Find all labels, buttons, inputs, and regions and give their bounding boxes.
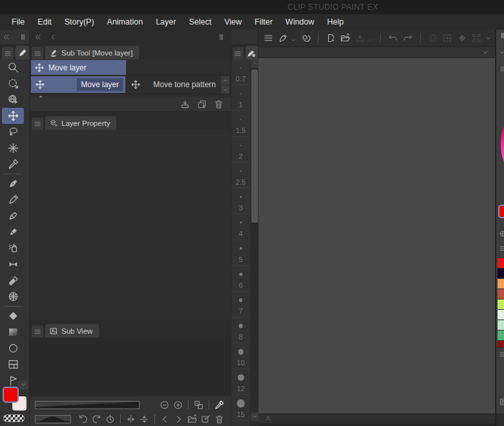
panel-grip-icon[interactable] bbox=[499, 32, 504, 39]
subtool-item-move-tone-pattern[interactable]: Move tone pattern bbox=[127, 76, 218, 93]
canvas-tabs-dropdown-icon[interactable] bbox=[481, 48, 489, 56]
brush-size-7[interactable]: 7 bbox=[231, 292, 250, 318]
brush-size-10[interactable]: 10 bbox=[231, 343, 250, 369]
brush-size-8[interactable]: 8 bbox=[231, 318, 250, 343]
color-wheel-menu-icon[interactable] bbox=[499, 65, 504, 73]
panel-grip-icon[interactable] bbox=[19, 33, 27, 41]
subtool-panel-tab[interactable]: Sub Tool [Move layer] bbox=[45, 46, 139, 59]
brush-size-3[interactable]: 3 bbox=[231, 188, 250, 214]
duplicate-subtool-button[interactable] bbox=[196, 98, 208, 110]
redo-button[interactable] bbox=[401, 31, 415, 45]
tool-auto-select[interactable] bbox=[2, 140, 24, 156]
collapse-panel-icon[interactable] bbox=[2, 33, 10, 41]
toolbar-overflow-button[interactable] bbox=[485, 34, 492, 42]
tool-marker[interactable] bbox=[2, 224, 24, 240]
brush-size-menu-button[interactable] bbox=[233, 47, 244, 59]
main-menu-button[interactable] bbox=[262, 31, 275, 45]
select-again-button[interactable] bbox=[441, 31, 454, 45]
menu-view[interactable]: View bbox=[218, 14, 248, 30]
save-button[interactable] bbox=[353, 31, 367, 45]
brush-size-2[interactable]: 2 bbox=[231, 137, 250, 163]
menu-layer[interactable]: Layer bbox=[149, 14, 182, 30]
color-set-menu-icon[interactable] bbox=[499, 245, 504, 252]
color-swatch-7[interactable] bbox=[498, 330, 504, 341]
subview-tab[interactable]: Sub View bbox=[45, 324, 99, 338]
delete-subtool-button[interactable] bbox=[213, 98, 225, 110]
tool-palette-tab[interactable] bbox=[16, 46, 29, 59]
tool-eyedropper[interactable] bbox=[2, 156, 24, 172]
menu-animation[interactable]: Animation bbox=[101, 14, 150, 30]
fit-to-window-button[interactable] bbox=[193, 399, 205, 411]
deselect-button[interactable] bbox=[426, 31, 440, 45]
clip-studio-logo-button[interactable] bbox=[299, 31, 312, 45]
brush-size-1[interactable]: 1 bbox=[231, 85, 250, 111]
menu-help[interactable]: Help bbox=[320, 14, 350, 30]
tool-pencil[interactable] bbox=[2, 192, 24, 208]
zoom-in-button[interactable] bbox=[172, 399, 184, 411]
color-swatch-4[interactable] bbox=[498, 299, 504, 310]
menu-window[interactable]: Window bbox=[279, 14, 320, 30]
color-swatch-1[interactable] bbox=[498, 269, 504, 279]
crop-button[interactable] bbox=[470, 31, 483, 45]
auto-eyedropper-button[interactable] bbox=[213, 399, 226, 411]
layer-property-tab[interactable]: Layer Property bbox=[45, 116, 116, 130]
flip-vertical-button[interactable] bbox=[138, 413, 151, 425]
brush-size-0.7[interactable]: 0.7 bbox=[231, 59, 250, 85]
color-wheel[interactable] bbox=[501, 90, 504, 198]
scroll-up-button[interactable] bbox=[251, 59, 258, 68]
tool-list-scroll-down[interactable] bbox=[18, 380, 28, 389]
collapse-panel-icon[interactable] bbox=[34, 33, 42, 41]
tool-decoration[interactable] bbox=[2, 256, 24, 272]
subtool-scroll-up[interactable] bbox=[221, 76, 229, 85]
menu-edit[interactable]: Edit bbox=[31, 14, 58, 30]
tool-gradient[interactable] bbox=[2, 324, 24, 340]
color-swatch-5[interactable] bbox=[498, 310, 504, 320]
material-document-icon[interactable] bbox=[499, 398, 504, 406]
tool-palette-menu-button[interactable] bbox=[2, 47, 14, 59]
tool-figure[interactable] bbox=[2, 340, 24, 356]
main-color-chip[interactable] bbox=[3, 387, 19, 403]
brush-size-15[interactable]: 15 bbox=[231, 395, 250, 421]
layer-property-menu-button[interactable] bbox=[32, 117, 43, 130]
tool-airbrush[interactable] bbox=[2, 240, 24, 256]
panel-grip-icon[interactable] bbox=[217, 33, 226, 41]
canvas[interactable] bbox=[258, 58, 495, 413]
subtool-scroll-down[interactable] bbox=[221, 85, 229, 94]
expand-up-icon[interactable] bbox=[264, 414, 272, 422]
menu-select[interactable]: Select bbox=[182, 14, 218, 30]
zoom-out-button[interactable] bbox=[158, 399, 171, 411]
brush-size-tab[interactable] bbox=[246, 46, 258, 59]
zoom-slider[interactable] bbox=[35, 401, 140, 409]
open-clip-studio-dropdown[interactable] bbox=[290, 37, 297, 43]
panel-collapse-icon[interactable] bbox=[498, 48, 504, 56]
brush-size-12[interactable]: 12 bbox=[231, 369, 250, 395]
tool-eraser[interactable] bbox=[2, 272, 24, 289]
brush-size-1.5[interactable]: 1.5 bbox=[231, 111, 250, 137]
tool-brush[interactable] bbox=[2, 208, 24, 224]
scroll-down-button[interactable] bbox=[251, 412, 258, 421]
current-color-chip[interactable] bbox=[498, 205, 504, 218]
color-history-menu-icon[interactable] bbox=[499, 350, 504, 358]
rotate-left-button[interactable] bbox=[77, 413, 89, 425]
scrollbar-thumb[interactable] bbox=[251, 70, 258, 223]
brush-size-6[interactable]: 6 bbox=[231, 266, 250, 292]
subview-menu-button[interactable] bbox=[32, 325, 43, 338]
subtool-panel-menu-button[interactable] bbox=[32, 47, 43, 59]
edit-image-button[interactable] bbox=[200, 413, 212, 425]
subtool-item-move-layer[interactable]: Move layer bbox=[31, 76, 125, 93]
transparent-color-chip[interactable] bbox=[3, 414, 25, 422]
open-clip-studio-button[interactable] bbox=[277, 31, 290, 45]
flip-horizontal-button[interactable] bbox=[125, 413, 137, 425]
tool-fill[interactable] bbox=[2, 308, 24, 324]
rotate-right-button[interactable] bbox=[90, 413, 103, 425]
tool-zoom[interactable] bbox=[2, 59, 24, 76]
brush-size-4[interactable]: 4 bbox=[231, 214, 250, 240]
tool-move-layer[interactable] bbox=[2, 108, 24, 124]
next-image-button[interactable] bbox=[173, 413, 185, 425]
previous-image-button[interactable] bbox=[159, 413, 171, 425]
subview-preview-area[interactable] bbox=[30, 338, 231, 396]
tool-blend[interactable] bbox=[2, 289, 24, 305]
save-dropdown[interactable] bbox=[367, 37, 373, 43]
menu-file[interactable]: File bbox=[5, 14, 31, 30]
menu-filter[interactable]: Filter bbox=[248, 14, 279, 30]
